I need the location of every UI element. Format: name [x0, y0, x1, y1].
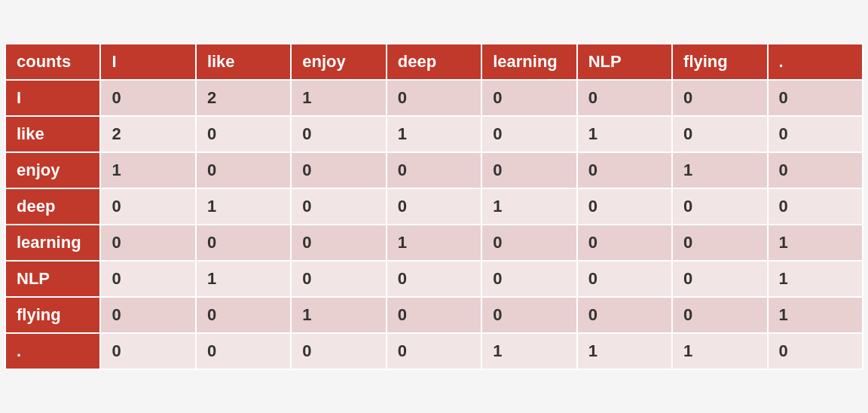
cell-deep-NLP: 0	[577, 188, 672, 225]
cell-flying-.: 1	[768, 297, 863, 333]
cell-flying-NLP: 0	[577, 297, 672, 333]
table-body: I02100000like20010100enjoy10000010deep01…	[5, 80, 863, 369]
cell-deep-like: 1	[196, 188, 291, 225]
header-col-flying: flying	[672, 44, 767, 80]
row-header-like: like	[5, 116, 100, 152]
cell-learning-flying: 0	[672, 225, 767, 261]
cell-deep-enjoy: 0	[291, 188, 386, 225]
row-header-NLP: NLP	[5, 261, 100, 297]
cell-enjoy-flying: 1	[672, 152, 767, 188]
cell-NLP-NLP: 0	[577, 261, 672, 297]
cell-learning-I: 0	[100, 225, 195, 261]
row-header-learning: learning	[5, 225, 100, 261]
cell-NLP-like: 1	[196, 261, 291, 297]
cell-like-deep: 1	[387, 116, 481, 152]
cell-flying-I: 0	[100, 297, 195, 333]
cell-I-NLP: 0	[577, 80, 672, 116]
cell-I-enjoy: 1	[291, 80, 386, 116]
cell-enjoy-.: 0	[768, 152, 863, 188]
cell-like-NLP: 1	[577, 116, 672, 152]
cell-like-.: 0	[768, 116, 863, 152]
header-col-enjoy: enjoy	[291, 44, 386, 80]
table-row: learning00010001	[5, 225, 863, 261]
cell-flying-like: 0	[196, 297, 291, 333]
header-col-learning: learning	[481, 44, 576, 80]
cell-enjoy-like: 0	[196, 152, 291, 188]
cell-enjoy-NLP: 0	[577, 152, 672, 188]
cell-enjoy-enjoy: 0	[291, 152, 386, 188]
cell-like-enjoy: 0	[291, 116, 386, 152]
header-col-.: .	[768, 44, 863, 80]
cell-.-I: 0	[100, 333, 195, 369]
cell-learning-deep: 1	[387, 225, 481, 261]
cell-like-I: 2	[100, 116, 195, 152]
cell-enjoy-I: 1	[100, 152, 195, 188]
cell-NLP-.: 1	[768, 261, 863, 297]
cell-I-flying: 0	[672, 80, 767, 116]
row-header-.: .	[5, 333, 100, 369]
header-col-like: like	[196, 44, 291, 80]
cell-NLP-learning: 0	[481, 261, 576, 297]
header-row: countsIlikeenjoydeeplearningNLPflying.	[5, 44, 863, 80]
co-occurrence-table-wrapper: countsIlikeenjoydeeplearningNLPflying. I…	[5, 43, 863, 370]
cell-learning-learning: 0	[481, 225, 576, 261]
cell-like-flying: 0	[672, 116, 767, 152]
cell-deep-.: 0	[768, 188, 863, 225]
cell-I-deep: 0	[387, 80, 481, 116]
cell-flying-learning: 0	[481, 297, 576, 333]
table-row: NLP01000001	[5, 261, 863, 297]
cell-.-learning: 1	[481, 333, 576, 369]
co-occurrence-table: countsIlikeenjoydeeplearningNLPflying. I…	[5, 43, 863, 370]
cell-I-learning: 0	[481, 80, 576, 116]
cell-flying-enjoy: 1	[291, 297, 386, 333]
cell-NLP-I: 0	[100, 261, 195, 297]
header-col-deep: deep	[387, 44, 481, 80]
cell-deep-learning: 1	[481, 188, 576, 225]
cell-deep-I: 0	[100, 188, 195, 225]
cell-I-like: 2	[196, 80, 291, 116]
cell-.-enjoy: 0	[291, 333, 386, 369]
cell-NLP-deep: 0	[387, 261, 481, 297]
table-row: flying00100001	[5, 297, 863, 333]
cell-enjoy-deep: 0	[387, 152, 481, 188]
row-header-I: I	[5, 80, 100, 116]
cell-learning-like: 0	[196, 225, 291, 261]
cell-.-deep: 0	[387, 333, 481, 369]
cell-learning-NLP: 0	[577, 225, 672, 261]
row-header-enjoy: enjoy	[5, 152, 100, 188]
cell-like-learning: 0	[481, 116, 576, 152]
cell-NLP-flying: 0	[672, 261, 767, 297]
row-header-flying: flying	[5, 297, 100, 333]
table-row: enjoy10000010	[5, 152, 863, 188]
header-counts: counts	[5, 44, 100, 80]
cell-deep-deep: 0	[387, 188, 481, 225]
cell-NLP-enjoy: 0	[291, 261, 386, 297]
cell-flying-flying: 0	[672, 297, 767, 333]
cell-I-.: 0	[768, 80, 863, 116]
table-row: deep01001000	[5, 188, 863, 225]
cell-enjoy-learning: 0	[481, 152, 576, 188]
cell-.-NLP: 1	[577, 333, 672, 369]
cell-learning-enjoy: 0	[291, 225, 386, 261]
cell-.-.: 0	[768, 333, 863, 369]
cell-.-like: 0	[196, 333, 291, 369]
cell-like-like: 0	[196, 116, 291, 152]
table-row: .00001110	[5, 333, 863, 369]
cell-flying-deep: 0	[387, 297, 481, 333]
cell-I-I: 0	[100, 80, 195, 116]
cell-learning-.: 1	[768, 225, 863, 261]
table-row: like20010100	[5, 116, 863, 152]
cell-deep-flying: 0	[672, 188, 767, 225]
cell-.-flying: 1	[672, 333, 767, 369]
header-col-NLP: NLP	[577, 44, 672, 80]
row-header-deep: deep	[5, 188, 100, 225]
header-col-I: I	[100, 44, 195, 80]
table-row: I02100000	[5, 80, 863, 116]
